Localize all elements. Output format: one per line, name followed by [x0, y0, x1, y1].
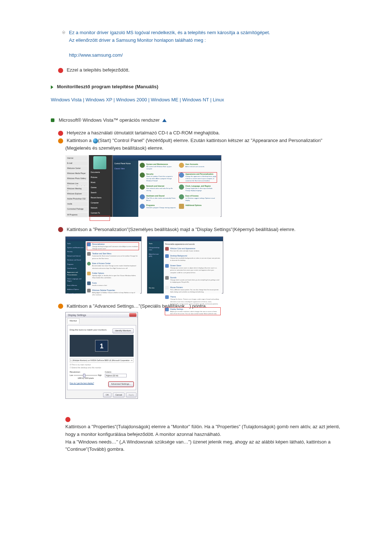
close-icon — [129, 313, 136, 317]
ds-resolution-slider — [74, 375, 97, 376]
start-all-programs: All Programs — [66, 213, 88, 217]
ease-access-icon — [87, 262, 91, 266]
appearance-icon — [179, 173, 184, 178]
taskbar-icon — [87, 252, 91, 256]
cp-cat-network: Network and Internet View network status… — [140, 185, 177, 192]
step-3-text: Kattintson a "Personalization"(Személyes… — [67, 227, 295, 232]
users-icon — [179, 163, 184, 168]
step-2-text-b: (Start) "Control Panel" (Vezérlőpult) el… — [65, 138, 322, 151]
pp-titlebar — [147, 237, 223, 241]
ds-tab-content: Drag the icons to match your monitors. I… — [67, 325, 136, 390]
ap-sidebar-item: Security — [67, 251, 84, 253]
ds-colors-label: Colors: — [105, 370, 134, 374]
ds-monitor-area: 1 — [70, 335, 134, 357]
cp-cat-title: Network and Internet — [146, 185, 177, 187]
ap-titlebar — [66, 237, 141, 241]
pp-display-settings: Display Settings Adjust your monitor res… — [165, 308, 220, 315]
step-1: 1 Helyezze a használati útmutatót tartal… — [65, 129, 341, 137]
cp-titlebar — [113, 155, 221, 161]
cp-cat-programs: Programs Uninstall a program Change star… — [140, 204, 177, 209]
cp-cat-users: User Accounts Add or remove user account… — [179, 163, 217, 168]
personalization-icon — [87, 243, 91, 246]
note-line1: Ez a monitor driver ígazoló MS logóval r… — [69, 29, 341, 37]
ds-ok-button: OK — [103, 393, 111, 398]
pp-item-text: Pick a different mouse pointer. You can … — [170, 289, 220, 293]
ds-apply-button: Apply — [126, 393, 136, 398]
link-w2000[interactable]: Windows 2000 — [116, 97, 147, 102]
cp-cat-sub: Change keyboards or other input methods … — [185, 187, 217, 192]
step-6-text: Ezzel a telepítés befejeződött. — [67, 67, 130, 73]
ap-item-title: Personalization — [92, 243, 139, 246]
start-right-item: Recent Items — [90, 196, 110, 200]
step-5: 5 Kattintson a "Properties"(Tulajdonságo… — [65, 408, 341, 453]
cp-cat-security: Security Check for updates Check this co… — [140, 173, 177, 182]
cp-main: System and Maintenance Get started with … — [138, 161, 220, 217]
cp-cat-sub: View network status and tasks Set up fil… — [146, 187, 177, 192]
start-item: Connected Package — [66, 207, 88, 211]
start-item: Internet — [66, 156, 88, 161]
pp-main: Personalize appearance and sounds Window… — [164, 241, 222, 293]
link-vista[interactable]: Windows Vista — [51, 97, 82, 102]
cp-cat-sub: Get started with Windows Back up your co… — [146, 166, 177, 170]
ease-icon — [179, 194, 184, 199]
pp-header: Personalize appearance and sounds — [165, 243, 220, 246]
system-icon — [140, 163, 145, 168]
ds-title-text: Display Settings — [68, 314, 86, 316]
cp-cat-clock: Clock, Language, and Region Change keybo… — [179, 185, 217, 192]
link-me[interactable]: Windows ME — [151, 97, 179, 102]
manual-install-title: Monitorillesztő program telepítése (Manu… — [51, 83, 341, 91]
start-item: Windows Media Player — [66, 171, 88, 176]
step-5-text: Kattintson a "Properties"(Tulajdonságok)… — [65, 424, 340, 452]
triangle-up-icon — [162, 119, 167, 122]
note-line2: Az ellenőrzött driver a Samsung Monitor … — [69, 37, 341, 44]
sounds-icon — [165, 276, 169, 280]
ap-item-title: Windows Sidebar Properties — [92, 289, 139, 292]
start-item: Windows Live Messenger Download — [66, 182, 88, 186]
start-orb-icon — [93, 138, 98, 143]
personalization-panel: Tasks Change desktop icons Adjust font s… — [147, 236, 223, 293]
folder-icon — [87, 272, 91, 275]
cp-home: Control Panel Home — [114, 162, 137, 165]
vista-start-menu: Internet E-mail Welcome Center Windows M… — [65, 155, 113, 217]
ap-item-text: Change desktop background Customize colo… — [92, 246, 139, 250]
desktop-bg-icon — [165, 254, 169, 258]
ap-item-text: Install or remove a font — [92, 284, 139, 287]
start-item: media — [66, 202, 88, 206]
cp-cat-additional: Additional Options — [179, 204, 217, 207]
ap-sidebar-item: System and Maintenance — [67, 247, 84, 249]
pp-item-title: Mouse Pointers — [170, 286, 220, 289]
start-left-pane: Internet E-mail Welcome Center Windows M… — [65, 155, 89, 217]
ap-item-title: Ease of Access Center — [92, 262, 139, 265]
cp-cat-hardware: Hardware and Sound Play CDs or other med… — [140, 194, 177, 202]
pp-item-title: Screen Saver — [170, 264, 220, 267]
start-right-item: Pictures — [90, 175, 110, 180]
start-item: E-mail — [66, 161, 88, 166]
ap-sidebar-item: Programs — [67, 263, 84, 266]
step-num-1: 1 — [58, 131, 63, 136]
step-6: 6 Ezzel a telepítés befejeződött. — [65, 66, 341, 74]
note-url[interactable]: http://www.samsung.com/ — [69, 52, 341, 59]
ap-sidebar-item: Ease of Access — [67, 284, 84, 287]
ap-sidebar-item: Clock, Language, and Region — [67, 278, 84, 283]
cp-cat-title: Ease of Access — [185, 194, 217, 197]
pp-sounds: Sounds Change which sounds are heard whe… — [165, 276, 220, 284]
link-xp[interactable]: Windows XP — [86, 97, 112, 102]
cp-cat-sub: Let Windows suggest settings Optimize vi… — [185, 197, 217, 202]
pp-window-color: Window Color and Appearance Fine tune th… — [165, 247, 220, 252]
ap-item-text: Customize the Start menu Customize icons… — [92, 255, 139, 260]
pp-item-title: Window Color and Appearance — [170, 247, 220, 250]
ds-best-display-link: How do I get the best display? — [70, 382, 94, 387]
start-right-item: Network — [90, 206, 110, 210]
pp-mouse: Mouse Pointers Pick a different mouse po… — [165, 286, 220, 293]
pp-screen-saver: Screen Saver Change your screen saver or… — [165, 264, 220, 274]
link-nt[interactable]: Windows NT — [182, 97, 209, 102]
ap-sidebar-props: Windows Sidebar Properties Add gadgets t… — [87, 289, 139, 296]
ap-fonts: Fonts Install or remove a font — [87, 281, 139, 287]
monitor-icon: 1 — [95, 340, 108, 352]
start-control-panel-item: Control Panel — [90, 216, 110, 220]
cp-cat-title: System and Maintenance — [146, 163, 177, 166]
link-linux[interactable]: Linux — [213, 97, 224, 102]
pp-sidebar-item: Change desktop icons — [149, 247, 162, 251]
step-num-3: 3 — [58, 227, 63, 232]
security-icon — [140, 173, 145, 178]
